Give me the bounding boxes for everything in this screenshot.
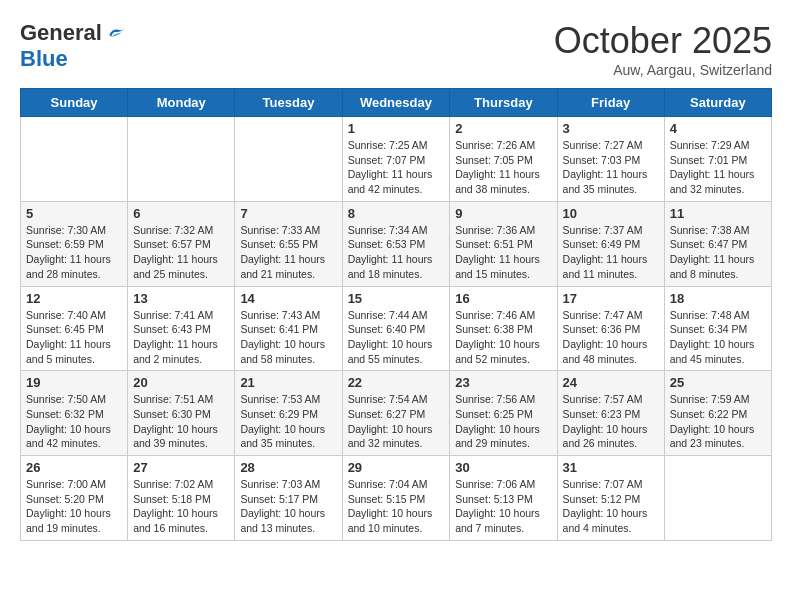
day-info: Sunrise: 7:25 AM Sunset: 7:07 PM Dayligh…	[348, 138, 445, 197]
day-info: Sunrise: 7:00 AM Sunset: 5:20 PM Dayligh…	[26, 477, 122, 536]
calendar-cell: 6Sunrise: 7:32 AM Sunset: 6:57 PM Daylig…	[128, 201, 235, 286]
day-info: Sunrise: 7:43 AM Sunset: 6:41 PM Dayligh…	[240, 308, 336, 367]
day-header-tuesday: Tuesday	[235, 89, 342, 117]
day-info: Sunrise: 7:37 AM Sunset: 6:49 PM Dayligh…	[563, 223, 659, 282]
calendar-week-row: 19Sunrise: 7:50 AM Sunset: 6:32 PM Dayli…	[21, 371, 772, 456]
day-number: 24	[563, 375, 659, 390]
day-number: 3	[563, 121, 659, 136]
day-info: Sunrise: 7:07 AM Sunset: 5:12 PM Dayligh…	[563, 477, 659, 536]
location: Auw, Aargau, Switzerland	[554, 62, 772, 78]
day-info: Sunrise: 7:46 AM Sunset: 6:38 PM Dayligh…	[455, 308, 551, 367]
month-title: October 2025	[554, 20, 772, 62]
day-header-sunday: Sunday	[21, 89, 128, 117]
calendar-cell	[128, 117, 235, 202]
day-number: 1	[348, 121, 445, 136]
day-info: Sunrise: 7:59 AM Sunset: 6:22 PM Dayligh…	[670, 392, 766, 451]
calendar-week-row: 5Sunrise: 7:30 AM Sunset: 6:59 PM Daylig…	[21, 201, 772, 286]
day-header-wednesday: Wednesday	[342, 89, 450, 117]
calendar-cell: 14Sunrise: 7:43 AM Sunset: 6:41 PM Dayli…	[235, 286, 342, 371]
day-info: Sunrise: 7:41 AM Sunset: 6:43 PM Dayligh…	[133, 308, 229, 367]
calendar-week-row: 1Sunrise: 7:25 AM Sunset: 7:07 PM Daylig…	[21, 117, 772, 202]
calendar-cell	[664, 456, 771, 541]
day-info: Sunrise: 7:40 AM Sunset: 6:45 PM Dayligh…	[26, 308, 122, 367]
day-info: Sunrise: 7:33 AM Sunset: 6:55 PM Dayligh…	[240, 223, 336, 282]
day-info: Sunrise: 7:02 AM Sunset: 5:18 PM Dayligh…	[133, 477, 229, 536]
day-number: 16	[455, 291, 551, 306]
calendar-cell	[235, 117, 342, 202]
day-info: Sunrise: 7:06 AM Sunset: 5:13 PM Dayligh…	[455, 477, 551, 536]
calendar-cell: 22Sunrise: 7:54 AM Sunset: 6:27 PM Dayli…	[342, 371, 450, 456]
day-header-friday: Friday	[557, 89, 664, 117]
day-number: 12	[26, 291, 122, 306]
calendar-cell: 1Sunrise: 7:25 AM Sunset: 7:07 PM Daylig…	[342, 117, 450, 202]
day-info: Sunrise: 7:54 AM Sunset: 6:27 PM Dayligh…	[348, 392, 445, 451]
calendar-cell: 9Sunrise: 7:36 AM Sunset: 6:51 PM Daylig…	[450, 201, 557, 286]
day-info: Sunrise: 7:34 AM Sunset: 6:53 PM Dayligh…	[348, 223, 445, 282]
day-info: Sunrise: 7:53 AM Sunset: 6:29 PM Dayligh…	[240, 392, 336, 451]
day-info: Sunrise: 7:36 AM Sunset: 6:51 PM Dayligh…	[455, 223, 551, 282]
calendar-cell: 29Sunrise: 7:04 AM Sunset: 5:15 PM Dayli…	[342, 456, 450, 541]
day-number: 11	[670, 206, 766, 221]
calendar-cell: 13Sunrise: 7:41 AM Sunset: 6:43 PM Dayli…	[128, 286, 235, 371]
calendar-header-row: SundayMondayTuesdayWednesdayThursdayFrid…	[21, 89, 772, 117]
logo-blue-text: Blue	[20, 46, 68, 72]
day-number: 10	[563, 206, 659, 221]
calendar-cell: 25Sunrise: 7:59 AM Sunset: 6:22 PM Dayli…	[664, 371, 771, 456]
calendar-cell: 8Sunrise: 7:34 AM Sunset: 6:53 PM Daylig…	[342, 201, 450, 286]
calendar-cell: 15Sunrise: 7:44 AM Sunset: 6:40 PM Dayli…	[342, 286, 450, 371]
day-info: Sunrise: 7:38 AM Sunset: 6:47 PM Dayligh…	[670, 223, 766, 282]
day-header-monday: Monday	[128, 89, 235, 117]
day-number: 8	[348, 206, 445, 221]
day-header-saturday: Saturday	[664, 89, 771, 117]
day-info: Sunrise: 7:04 AM Sunset: 5:15 PM Dayligh…	[348, 477, 445, 536]
calendar-week-row: 26Sunrise: 7:00 AM Sunset: 5:20 PM Dayli…	[21, 456, 772, 541]
calendar-cell: 2Sunrise: 7:26 AM Sunset: 7:05 PM Daylig…	[450, 117, 557, 202]
calendar-cell: 24Sunrise: 7:57 AM Sunset: 6:23 PM Dayli…	[557, 371, 664, 456]
day-header-thursday: Thursday	[450, 89, 557, 117]
calendar-cell: 31Sunrise: 7:07 AM Sunset: 5:12 PM Dayli…	[557, 456, 664, 541]
page-header: General Blue October 2025 Auw, Aargau, S…	[20, 20, 772, 78]
calendar-cell: 19Sunrise: 7:50 AM Sunset: 6:32 PM Dayli…	[21, 371, 128, 456]
day-number: 4	[670, 121, 766, 136]
calendar-week-row: 12Sunrise: 7:40 AM Sunset: 6:45 PM Dayli…	[21, 286, 772, 371]
calendar-cell: 4Sunrise: 7:29 AM Sunset: 7:01 PM Daylig…	[664, 117, 771, 202]
title-area: October 2025 Auw, Aargau, Switzerland	[554, 20, 772, 78]
logo-general-text: General	[20, 20, 102, 46]
day-number: 13	[133, 291, 229, 306]
day-number: 21	[240, 375, 336, 390]
day-number: 2	[455, 121, 551, 136]
day-number: 28	[240, 460, 336, 475]
calendar-cell	[21, 117, 128, 202]
day-number: 25	[670, 375, 766, 390]
day-number: 27	[133, 460, 229, 475]
calendar-cell: 12Sunrise: 7:40 AM Sunset: 6:45 PM Dayli…	[21, 286, 128, 371]
calendar-cell: 30Sunrise: 7:06 AM Sunset: 5:13 PM Dayli…	[450, 456, 557, 541]
day-number: 29	[348, 460, 445, 475]
day-number: 26	[26, 460, 122, 475]
day-info: Sunrise: 7:30 AM Sunset: 6:59 PM Dayligh…	[26, 223, 122, 282]
day-number: 30	[455, 460, 551, 475]
day-info: Sunrise: 7:27 AM Sunset: 7:03 PM Dayligh…	[563, 138, 659, 197]
calendar-cell: 26Sunrise: 7:00 AM Sunset: 5:20 PM Dayli…	[21, 456, 128, 541]
calendar-cell: 7Sunrise: 7:33 AM Sunset: 6:55 PM Daylig…	[235, 201, 342, 286]
day-info: Sunrise: 7:47 AM Sunset: 6:36 PM Dayligh…	[563, 308, 659, 367]
day-number: 15	[348, 291, 445, 306]
logo: General Blue	[20, 20, 126, 72]
day-info: Sunrise: 7:50 AM Sunset: 6:32 PM Dayligh…	[26, 392, 122, 451]
day-number: 9	[455, 206, 551, 221]
calendar-cell: 16Sunrise: 7:46 AM Sunset: 6:38 PM Dayli…	[450, 286, 557, 371]
calendar-cell: 21Sunrise: 7:53 AM Sunset: 6:29 PM Dayli…	[235, 371, 342, 456]
day-number: 5	[26, 206, 122, 221]
calendar-cell: 17Sunrise: 7:47 AM Sunset: 6:36 PM Dayli…	[557, 286, 664, 371]
calendar-cell: 23Sunrise: 7:56 AM Sunset: 6:25 PM Dayli…	[450, 371, 557, 456]
logo-bird-icon	[106, 23, 126, 43]
calendar-cell: 18Sunrise: 7:48 AM Sunset: 6:34 PM Dayli…	[664, 286, 771, 371]
day-number: 23	[455, 375, 551, 390]
day-info: Sunrise: 7:56 AM Sunset: 6:25 PM Dayligh…	[455, 392, 551, 451]
day-info: Sunrise: 7:57 AM Sunset: 6:23 PM Dayligh…	[563, 392, 659, 451]
day-info: Sunrise: 7:32 AM Sunset: 6:57 PM Dayligh…	[133, 223, 229, 282]
day-info: Sunrise: 7:51 AM Sunset: 6:30 PM Dayligh…	[133, 392, 229, 451]
day-number: 31	[563, 460, 659, 475]
day-number: 20	[133, 375, 229, 390]
day-info: Sunrise: 7:48 AM Sunset: 6:34 PM Dayligh…	[670, 308, 766, 367]
